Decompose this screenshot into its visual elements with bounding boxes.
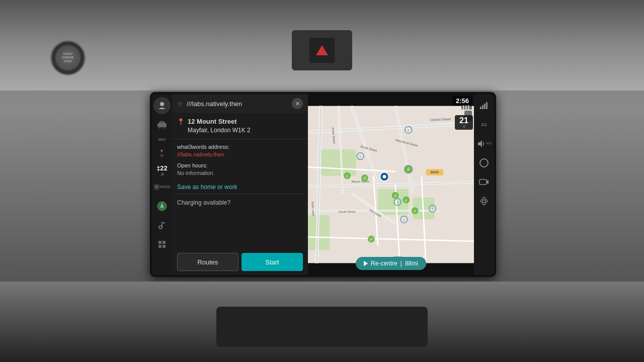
- svg-point-0: [160, 102, 164, 106]
- dashboard-bottom: [0, 282, 644, 362]
- svg-rect-6: [155, 187, 157, 188]
- sidebar-icon-volume[interactable]: VOL: [475, 135, 493, 152]
- hazard-button[interactable]: [309, 38, 335, 63]
- svg-text:B406: B406: [431, 170, 439, 174]
- hours-section: Open hours: No information: [177, 162, 303, 177]
- navigation-arrow-icon: [364, 261, 368, 266]
- location-pin-icon: 📍: [177, 118, 185, 125]
- svg-text:i: i: [408, 128, 409, 133]
- favorite-star-icon[interactable]: ☆: [177, 100, 184, 108]
- recentre-label: Re-centre: [371, 260, 397, 267]
- speed-display: 21 .0: [455, 115, 473, 130]
- sidebar-icon-navigation[interactable]: [153, 198, 171, 215]
- sidebar-icon-circle[interactable]: [475, 154, 493, 171]
- signal-status: ▌▌▌: [461, 105, 472, 110]
- svg-text:⚡: ⚡: [406, 166, 412, 172]
- map-svg: B406 A4 Oxford Street Brook Street New B…: [308, 94, 474, 275]
- svg-marker-84: [478, 140, 482, 147]
- svg-text:⚡: ⚡: [362, 175, 367, 180]
- street-name: 12 Mount Street: [188, 117, 251, 126]
- hours-value: No information: [177, 170, 213, 176]
- sidebar-icon-temperature[interactable]: ‡22.0: [153, 164, 171, 176]
- svg-text:i: i: [432, 207, 433, 211]
- engine-start-button[interactable]: STARTENGINESTOP: [50, 40, 86, 75]
- screen-bezel: MAX F R ‡22.0 MODE: [150, 92, 496, 277]
- car-interior: STARTENGINESTOP: [0, 0, 644, 362]
- svg-rect-86: [479, 179, 487, 185]
- right-sidebar: 4G VOL: [474, 94, 494, 275]
- city-postcode: Mayfair, London W1K 2: [188, 126, 251, 135]
- close-button[interactable]: ✕: [292, 98, 303, 109]
- svg-text:i: i: [397, 200, 398, 205]
- start-button[interactable]: Start: [242, 253, 303, 271]
- hours-label: Open hours:: [177, 162, 208, 168]
- panel-footer: Routes Start: [172, 249, 308, 275]
- svg-point-79: [383, 175, 386, 178]
- sidebar-icon-max-label: MAX: [153, 135, 171, 143]
- svg-point-9: [159, 226, 162, 229]
- address-section: 📍 12 Mount Street Mayfair, London W1K 2: [172, 113, 308, 139]
- svg-rect-5: [155, 186, 158, 187]
- infotainment-screen: MAX F R ‡22.0 MODE: [152, 94, 494, 275]
- sidebar-icon-settings[interactable]: [475, 193, 493, 210]
- routes-button[interactable]: Routes: [177, 253, 238, 271]
- sidebar-icon-mode[interactable]: MODE: [153, 178, 171, 196]
- svg-text:⚡: ⚡: [369, 237, 374, 242]
- svg-rect-15: [163, 245, 166, 248]
- gear-selector: [216, 307, 428, 347]
- panel-title: ///labs.natively.then: [187, 100, 289, 108]
- svg-point-2: [158, 127, 160, 129]
- w3w-label: what3words address:: [177, 144, 229, 150]
- svg-text:⚡: ⚡: [393, 193, 398, 198]
- sidebar-icon-profile[interactable]: [153, 97, 171, 114]
- address-text: 12 Mount Street Mayfair, London W1K 2: [188, 117, 251, 135]
- charging-row: Charging available?: [177, 197, 303, 208]
- svg-rect-83: [486, 102, 488, 109]
- svg-line-11: [162, 222, 165, 223]
- svg-text:⚡: ⚡: [413, 209, 418, 214]
- map-area[interactable]: B406 A4 Oxford Street Brook Street New B…: [308, 94, 474, 275]
- sidebar-icon-apps[interactable]: [153, 236, 171, 253]
- sidebar-icon-gear: F R: [153, 145, 171, 162]
- svg-rect-14: [158, 245, 162, 248]
- svg-rect-13: [163, 241, 166, 244]
- w3w-value: ///labs.natively.then: [177, 151, 224, 157]
- speed-unit: .0: [457, 125, 470, 128]
- svg-point-88: [482, 200, 486, 203]
- sidebar-icon-music[interactable]: [153, 217, 171, 234]
- time-display: 2:56: [453, 96, 472, 106]
- signal-bars-icon: ▌▌▌: [463, 106, 470, 109]
- sidebar-icon-car[interactable]: [153, 116, 171, 133]
- svg-rect-1: [157, 123, 167, 127]
- panel-content: what3words address: ///labs.natively.the…: [172, 139, 308, 249]
- svg-rect-17: [321, 150, 356, 176]
- svg-rect-81: [482, 105, 484, 109]
- recentre-button[interactable]: Re-centre | 88mi: [356, 257, 426, 270]
- svg-point-85: [480, 159, 488, 167]
- svg-rect-80: [480, 107, 481, 109]
- svg-text:i: i: [404, 218, 405, 222]
- sidebar-icon-4g: 4G: [475, 116, 493, 133]
- info-panel: ☆ ///labs.natively.then ✕ 📍 12 Mount Str…: [172, 94, 308, 275]
- center-vent: [292, 30, 352, 70]
- svg-rect-12: [158, 241, 162, 244]
- save-home-work-button[interactable]: Save as home or work: [177, 180, 303, 194]
- svg-text:i: i: [360, 154, 361, 159]
- svg-text:South Street: South Street: [339, 210, 356, 213]
- svg-text:⚡: ⚡: [404, 198, 409, 203]
- svg-point-3: [164, 127, 166, 129]
- recentre-separator: |: [400, 260, 402, 267]
- speed-value: 21: [457, 117, 470, 125]
- hazard-triangle-icon: [316, 45, 328, 55]
- sidebar-icon-signal: [475, 97, 493, 114]
- svg-text:⚡: ⚡: [345, 173, 350, 178]
- panel-header: ☆ ///labs.natively.then ✕: [172, 94, 308, 113]
- recentre-distance: 88mi: [405, 260, 418, 267]
- left-sidebar: MAX F R ‡22.0 MODE: [152, 94, 172, 275]
- sidebar-icon-camera[interactable]: [475, 173, 493, 191]
- w3w-section: what3words address: ///labs.natively.the…: [177, 143, 303, 159]
- svg-rect-82: [484, 104, 486, 109]
